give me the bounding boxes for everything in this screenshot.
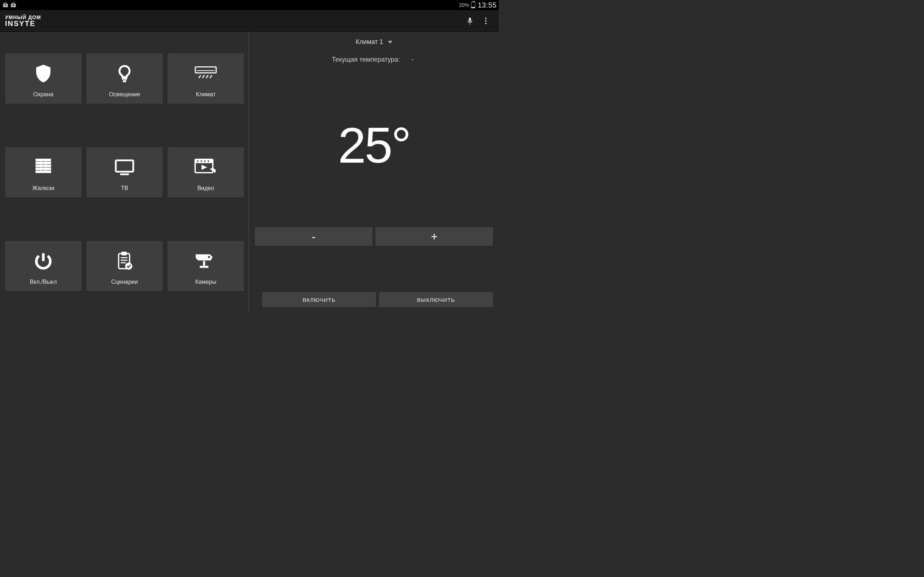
tile-label: Камеры (195, 279, 216, 285)
svg-rect-4 (36, 165, 51, 167)
setpoint-value: 25° (338, 116, 410, 174)
svg-rect-0 (195, 67, 216, 73)
svg-rect-16 (208, 160, 209, 162)
tile-security[interactable]: Охрана (5, 53, 82, 104)
voice-button[interactable] (462, 13, 478, 29)
svg-rect-19 (122, 252, 127, 255)
svg-rect-14 (200, 160, 202, 162)
svg-rect-2 (36, 159, 51, 161)
svg-rect-9 (116, 161, 133, 172)
brand-logo: УМНЫЙ ДОМ INSYTE (5, 15, 41, 27)
battery-percent: 20% (459, 2, 469, 8)
store-play-icon (10, 2, 16, 8)
video-touch-icon (194, 155, 218, 179)
bulb-icon (113, 62, 136, 85)
status-clock: 13:55 (478, 1, 497, 10)
svg-marker-17 (202, 165, 207, 169)
more-vert-icon (485, 16, 486, 25)
tile-label: Видео (197, 185, 215, 192)
temp-minus-button[interactable]: - (255, 227, 373, 246)
ac-icon (194, 62, 218, 85)
tile-label: Освещение (109, 91, 140, 98)
tile-video[interactable]: Видео (168, 147, 244, 198)
svg-rect-26 (200, 266, 208, 268)
brand-subtitle: INSYTE (5, 20, 41, 27)
current-temp-value: - (409, 56, 416, 63)
store-icon (2, 2, 9, 8)
svg-rect-5 (36, 168, 51, 170)
power-icon (31, 249, 55, 273)
tile-label: Сценарии (111, 279, 138, 285)
app-action-bar: УМНЫЙ ДОМ INSYTE (0, 10, 499, 32)
tile-label: Климат (196, 91, 215, 98)
climate-panel: Климат 1 Текущая температура: - 25° - + … (249, 32, 499, 311)
tile-label: ТВ (121, 185, 128, 192)
svg-rect-15 (204, 160, 206, 162)
battery-icon (471, 2, 475, 8)
brand-title: УМНЫЙ ДОМ (5, 15, 41, 20)
tile-blinds[interactable]: Жалюзи (5, 147, 82, 198)
tile-tv[interactable]: ТВ (86, 147, 163, 198)
tile-scenes[interactable]: Сценарии (86, 241, 163, 292)
tile-label: Вкл./Выкл (30, 279, 57, 285)
svg-point-24 (208, 256, 210, 258)
tile-grid-pane: Охрана Освещение Климат (0, 32, 249, 311)
current-temp-label: Текущая температура: (332, 56, 400, 63)
android-status-bar: 20% 13:55 (0, 0, 499, 10)
clipboard-check-icon (113, 249, 136, 273)
setpoint-display: 25° (255, 63, 493, 227)
tile-climate[interactable]: Климат (168, 53, 244, 104)
current-temp-row: Текущая температура: - (255, 56, 493, 63)
turn-on-button[interactable]: ВКЛЮЧИТЬ (262, 292, 376, 307)
climate-zone-selector[interactable]: Климат 1 (255, 38, 493, 46)
overflow-menu-button[interactable] (478, 13, 494, 29)
tile-cameras[interactable]: Камеры (168, 241, 244, 292)
tile-onoff[interactable]: Вкл./Выкл (5, 241, 82, 292)
svg-rect-6 (36, 171, 51, 173)
tile-label: Охрана (33, 91, 53, 98)
tile-lighting[interactable]: Освещение (86, 53, 163, 104)
shield-check-icon (31, 62, 55, 85)
tile-label: Жалюзи (32, 185, 54, 192)
temp-plus-button[interactable]: + (375, 227, 493, 246)
turn-off-button[interactable]: ВЫКЛЮЧИТЬ (379, 292, 493, 307)
blinds-icon (31, 155, 55, 179)
svg-rect-3 (36, 162, 51, 164)
chevron-down-icon (388, 41, 393, 44)
tv-icon (113, 155, 136, 179)
svg-rect-13 (197, 160, 199, 162)
mic-icon (466, 16, 474, 26)
cctv-icon (194, 249, 218, 273)
climate-zone-label: Климат 1 (355, 38, 383, 45)
